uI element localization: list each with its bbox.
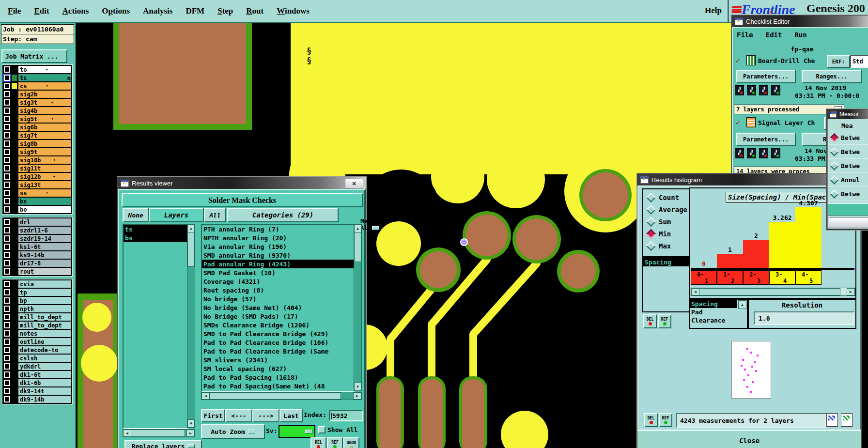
layer-row[interactable]: outline [3,338,72,346]
check-icon[interactable]: ✓ [736,56,740,65]
layer-row[interactable]: szdrl1-6 [3,226,72,234]
prev-button[interactable]: <--- [225,409,252,422]
layer-row[interactable]: drl [3,218,72,226]
layer-checkbox[interactable] [4,149,10,155]
category-item[interactable]: No bridge (57) [202,294,354,303]
layer-checkbox[interactable] [4,124,10,130]
parameter-item[interactable]: Spacing [643,258,695,266]
layer-row[interactable]: ks1-6t [3,243,72,251]
layer-row[interactable]: notes [3,329,72,338]
menu-item[interactable]: Analysis [143,6,172,16]
layers-none-button[interactable]: None [123,208,149,222]
layer-checkbox[interactable] [4,83,10,89]
layer-row[interactable]: sig10b ➤ ▦ [3,156,72,164]
layer-checkbox[interactable] [4,66,10,73]
checklist-tool-icon[interactable]: ▞ [735,148,744,158]
category-item[interactable]: SM local spacing (627) [202,364,354,373]
category-item[interactable]: SMD to Pad Clearance Bridge (429) [202,329,354,338]
parameters-button[interactable]: Ranges... [802,70,862,83]
auto-zoom-dropdown[interactable]: Auto Zoom [201,424,265,439]
measure-type-item[interactable]: Clearance [690,316,737,324]
categories-header[interactable]: Categories (29) [227,208,339,222]
checklist-tool-icon[interactable]: ▞ [759,148,768,158]
parameters-button[interactable]: Parameters... [736,70,796,83]
results-layer-item[interactable]: ts [124,225,187,233]
last-button[interactable]: Last [279,409,303,422]
scroll-up-icon[interactable]: ▲ [738,300,746,309]
layer-checkbox[interactable] [4,322,10,328]
menu-item[interactable]: Options [102,6,130,16]
layer-checkbox[interactable] [4,165,10,171]
category-item[interactable]: No bridge (Same Net) (404) [202,303,354,312]
layer-row[interactable]: sig9t ➤ ▦ [3,148,72,156]
category-item[interactable]: Pad to Pad Clearance Bridge (Same [202,347,354,355]
layer-row[interactable]: bp [3,296,72,305]
category-item[interactable]: NPTH annular Ring (20) [202,233,354,242]
layer-checkbox[interactable] [4,314,10,320]
undo-button[interactable]: UNDO↺ [343,437,359,448]
scroll-right-icon[interactable]: ▶ [186,430,195,437]
layer-row[interactable]: dk1-6b [3,379,72,387]
measurement-option[interactable]: Betwe [828,187,868,201]
categories-list[interactable]: PTH annular Ring (7)NPTH annular Ring (2… [201,224,355,392]
first-button[interactable]: First [201,409,225,422]
scroll-down-icon[interactable]: ▼ [354,383,361,391]
layer-checkbox[interactable] [4,380,10,386]
erf-field[interactable]: Std [850,55,868,68]
layer-row[interactable]: bs ➤ ▦ [3,197,72,205]
layer-row[interactable]: sig11t ➤ ▦ [3,164,72,172]
measure-type-item[interactable]: Spacing [690,300,737,308]
show-all-toggle[interactable]: Show All [318,426,358,433]
layer-row[interactable]: dk1-6t [3,371,72,379]
layer-row[interactable]: szdr19-14 [3,234,72,243]
reference-button[interactable]: REF [659,413,672,427]
layer-checkbox[interactable] [4,297,10,304]
layer-checkbox[interactable] [4,91,10,97]
measurement-titlebar[interactable]: Measur [827,109,868,119]
measurement-field[interactable] [829,217,868,228]
layer-row[interactable]: ts ➤ ▦ [3,74,72,82]
menu-item-help[interactable]: Help [705,6,722,15]
layer-row[interactable]: sig8b ➤ ▦ [3,139,72,148]
erf-button[interactable]: ERF: [827,55,850,68]
layer-row[interactable]: mill_to_dept [3,313,72,321]
sv-color-dropdown[interactable] [279,425,315,438]
menu-item[interactable]: Rout [246,6,264,16]
layer-row[interactable]: rout [3,267,72,276]
menu-item[interactable]: Edit [34,6,49,16]
layer-toggle-icon[interactable] [826,413,838,427]
layer-checkbox[interactable] [4,260,10,266]
layer-checkbox[interactable] [4,281,10,287]
layer-checkbox[interactable] [4,396,10,402]
scroll-down-icon[interactable]: ▼ [187,419,195,428]
category-item[interactable]: Via annular Ring (196) [202,242,354,251]
close-bar[interactable]: Close [637,430,861,448]
layer-row[interactable]: sig5t ➤ ▦ [3,115,72,123]
layer-checkbox[interactable] [4,339,10,345]
scroll-left-icon[interactable]: ◀ [691,288,699,295]
results-layers-list[interactable]: tsbs [123,224,188,429]
layer-checkbox[interactable] [4,388,10,394]
check-item-label[interactable]: Board-Drill Che [758,57,815,64]
layer-row[interactable]: sig4b ➤ ▦ [3,107,72,115]
layer-row[interactable]: sig2b ➤ ▦ [3,90,72,98]
menu-item[interactable]: Windows [277,6,310,16]
layer-toggle-icon[interactable] [841,413,852,427]
delete-button[interactable]: DEL [643,314,657,328]
scroll-right-icon[interactable]: ▶ [353,392,361,400]
scroll-left-icon[interactable]: ◀ [202,392,210,400]
checklist-menu-item[interactable]: Edit [766,31,782,39]
layer-checkbox[interactable] [4,227,10,233]
layer-checkbox[interactable] [4,99,10,106]
layer-checkbox[interactable] [4,306,10,312]
layer-checkbox[interactable] [4,347,10,353]
layer-row[interactable]: tp [3,288,72,296]
delete-button[interactable]: DEL [644,413,658,427]
layer-row[interactable]: sig3t ➤ ▦ [3,98,72,107]
measurement-option[interactable]: Betwe [828,131,868,145]
layer-checkbox[interactable] [4,173,10,180]
results-viewer-titlebar[interactable]: Results viewer ✕ [118,177,366,189]
category-item[interactable]: No Bridge (SMD Pads) (17) [202,312,354,321]
layer-row[interactable]: bo ➤ ▦ [3,205,72,214]
checklist-titlebar[interactable]: Checklist Editor [732,15,868,27]
